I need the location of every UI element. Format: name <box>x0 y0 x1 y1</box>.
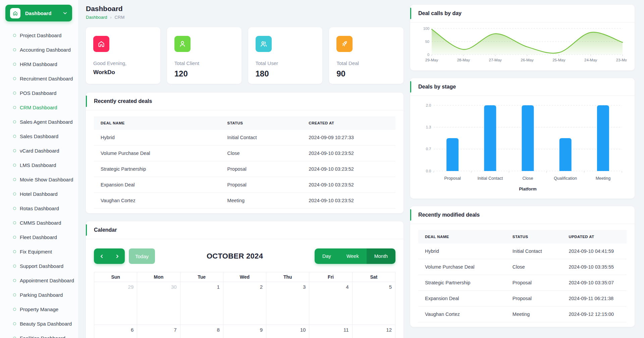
calendar-week-row: 293012345 <box>94 282 395 325</box>
table-cell: Close <box>221 146 302 161</box>
calendar-day-cell[interactable]: 11 <box>309 325 352 338</box>
sidebar-item-lms-dashboard[interactable]: LMS Dashboard <box>0 158 78 172</box>
table-row: Vaughan CortezMeeting2024-09-10 03:23:52 <box>94 193 395 209</box>
disc-icon <box>13 308 16 311</box>
calendar-day-cell[interactable]: 7 <box>137 325 180 338</box>
sidebar-item-label: Accounting Dashboard <box>20 47 71 53</box>
sidebar-item-facilities-dashboard[interactable]: Facilities Dashboard <box>0 331 78 338</box>
svg-text:Proposal: Proposal <box>444 176 461 181</box>
calendar-next-button[interactable] <box>109 248 125 264</box>
calendar-day-cell[interactable]: 6 <box>94 325 137 338</box>
calendar-day-header-mon: Mon <box>137 272 180 282</box>
sidebar-item-hrm-dashboard[interactable]: HRM Dashboard <box>0 57 78 71</box>
calendar-day-cell[interactable]: 10Deal task One <box>266 325 309 338</box>
recently-modified-deals-card: Recently modified deals DEAL NAMESTATUSU… <box>410 206 635 327</box>
disc-icon <box>13 135 16 138</box>
table-cell: Meeting <box>221 193 302 209</box>
sidebar-item-cmms-dashboard[interactable]: CMMS Dashboard <box>0 216 78 230</box>
calendar-day-cell[interactable]: 4 <box>309 282 352 325</box>
calendar-grid: SunMonTueWedThuFriSat293012345678910Deal… <box>94 272 395 338</box>
sidebar-item-fix-equipment[interactable]: Fix Equipment <box>0 244 78 259</box>
sidebar-item-project-dashboard[interactable]: Project Dashboard <box>0 28 78 43</box>
column-header-deal-name: DEAL NAME <box>94 116 221 130</box>
deal-calls-chart: 05010029-May28-May27-May26-May25-May24-M… <box>410 22 635 70</box>
calendar-view-day[interactable]: Day <box>315 248 339 264</box>
calendar-day-cell[interactable]: 8 <box>180 325 223 338</box>
sidebar-item-sales-agent-dashboard[interactable]: Sales Agent Dashboard <box>0 115 78 129</box>
calendar-table: SunMonTueWedThuFriSat293012345678910Deal… <box>94 272 395 338</box>
sidebar-item-sales-dashboard[interactable]: Sales Dashboard <box>0 129 78 144</box>
calendar-header: Calendar <box>86 221 404 239</box>
calendar-today-button[interactable]: Today <box>129 248 155 264</box>
sidebar-item-beauty-spa-dashboard[interactable]: Beauty Spa Dashboard <box>0 317 78 331</box>
calendar-day-cell[interactable]: 30 <box>137 282 180 325</box>
table-cell: Meeting <box>506 306 562 322</box>
sidebar-item-pos-dashboard[interactable]: POS Dashboard <box>0 86 78 100</box>
sidebar-item-label: Recruitment Dashboard <box>20 75 73 82</box>
svg-text:2.0: 2.0 <box>426 103 431 107</box>
calendar-day-cell[interactable]: 12 <box>352 325 395 338</box>
table-cell: Vaughan Cortez <box>418 306 506 322</box>
sidebar-item-accounting-dashboard[interactable]: Accounting Dashboard <box>0 43 78 57</box>
calendar-day-cell[interactable]: 2 <box>223 282 266 325</box>
calendar-day-cell[interactable]: 1 <box>180 282 223 325</box>
stats-row: Good Evening, WorkDo Total Client 120 <box>86 27 404 84</box>
calendar-view-week[interactable]: Week <box>339 248 367 264</box>
sidebar-item-appointment-dashboard[interactable]: Appointment Dashboard <box>0 273 78 288</box>
table-cell: Strategic Partnership <box>418 275 506 291</box>
disc-icon <box>13 293 16 296</box>
recently-modified-deals-header: Recently modified deals <box>410 206 635 224</box>
table-row: Volume Purchase DealClose2024-09-10 03:3… <box>418 259 627 275</box>
sidebar-item-parking-dashboard[interactable]: Parking Dashboard <box>0 288 78 302</box>
table-cell: Close <box>506 259 562 275</box>
calendar-day-header-sat: Sat <box>352 272 395 282</box>
table-cell: Strategic Partnership <box>94 161 221 177</box>
sidebar-item-label: CMMS Dashboard <box>20 220 61 226</box>
sidebar-item-movie-show-dashboard[interactable]: Movie Show Dashboard <box>0 172 78 187</box>
disc-icon <box>13 236 16 239</box>
sidebar-item-rotas-dashboard[interactable]: Rotas Dashboard <box>0 201 78 216</box>
calendar-day-cell[interactable]: 5 <box>352 282 395 325</box>
sidebar-item-hotel-dashboard[interactable]: Hotel Dashboard <box>0 187 78 201</box>
svg-text:24-May: 24-May <box>584 58 597 62</box>
breadcrumb-link-dashboard[interactable]: Dashboard <box>86 15 107 20</box>
sidebar-item-recruitment-dashboard[interactable]: Recruitment Dashboard <box>0 71 78 86</box>
table-cell: Expansion Deal <box>418 291 506 306</box>
breadcrumb-current: CRM <box>115 15 125 20</box>
table-cell: Proposal <box>221 177 302 193</box>
deals-by-stage-title: Deals by stage <box>418 84 627 90</box>
calendar-view-month[interactable]: Month <box>367 248 395 264</box>
calendar-day-header-wed: Wed <box>223 272 266 282</box>
dashboard-menu-button[interactable]: Dashboard <box>5 5 72 21</box>
table-row: Strategic PartnershipProposal2024-09-10 … <box>418 275 627 291</box>
sidebar-item-support-dashboard[interactable]: Support Dashboard <box>0 259 78 273</box>
sidebar-item-vcard-dashboard[interactable]: vCard Dashboard <box>0 144 78 158</box>
sidebar-item-label: Appointment Dashboard <box>20 277 74 284</box>
sidebar-item-label: Hotel Dashboard <box>20 191 58 197</box>
sidebar-item-label: Beauty Spa Dashboard <box>20 321 72 327</box>
sidebar-menu: Project DashboardAccounting DashboardHRM… <box>0 26 78 338</box>
recently-modified-deals-table: DEAL NAMESTATUSUPDATED ATHybridInitial C… <box>410 224 635 327</box>
sidebar-item-label: Support Dashboard <box>20 263 63 269</box>
sidebar-item-crm-dashboard[interactable]: CRM Dashboard <box>0 100 78 115</box>
disc-icon <box>13 106 16 109</box>
left-column: Dashboard Dashboard › CRM Good Evening, … <box>86 5 404 338</box>
calendar-card: Calendar Today <box>86 221 404 338</box>
table-cell: Proposal <box>221 161 302 177</box>
sidebar-item-label: Rotas Dashboard <box>20 205 59 212</box>
calendar-date-number: 8 <box>183 326 220 333</box>
calendar-day-cell[interactable]: 29 <box>94 282 137 325</box>
calendar-day-cell[interactable]: 3 <box>266 282 309 325</box>
sidebar-item-label: Parking Dashboard <box>20 292 63 298</box>
calendar-day-cell[interactable]: 9 <box>223 325 266 338</box>
sidebar-item-property-manage[interactable]: Property Manage <box>0 302 78 317</box>
sidebar-item-label: Fix Equipment <box>20 248 52 255</box>
sidebar-item-fleet-dashboard[interactable]: Fleet Dashboard <box>0 230 78 244</box>
calendar-prev-button[interactable] <box>94 248 109 264</box>
deal-table: DEAL NAMESTATUSCREATED ATHybridInitial C… <box>94 116 395 209</box>
disc-icon <box>13 92 16 95</box>
recently-modified-deals-title: Recently modified deals <box>418 212 627 218</box>
sidebar-item-label: Project Dashboard <box>20 32 61 39</box>
sidebar-item-label: Sales Agent Dashboard <box>20 119 73 125</box>
sidebar-item-label: Sales Dashboard <box>20 133 58 139</box>
